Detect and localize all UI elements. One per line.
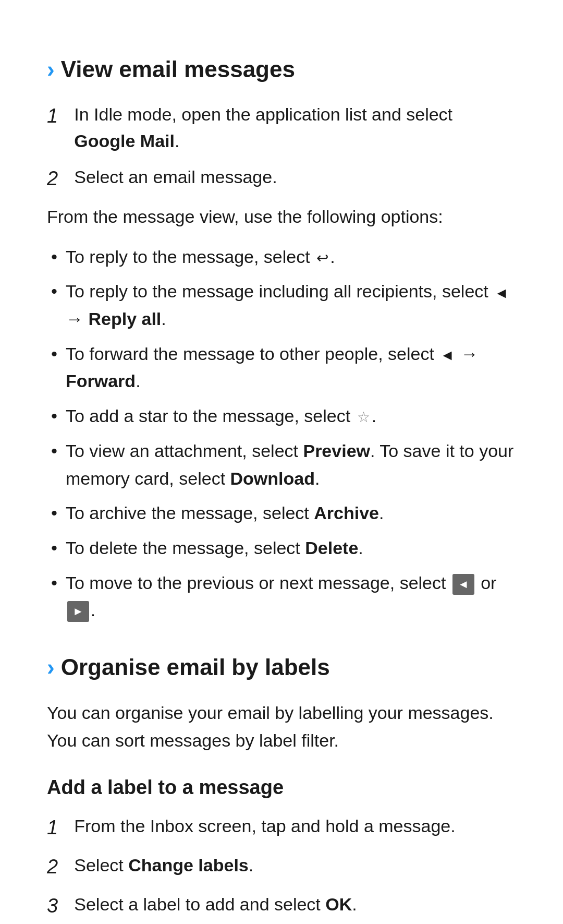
download-bold: Download [230,469,315,488]
add-label-step-number-2: 2 [47,852,69,882]
archive-bold: Archive [314,503,379,523]
add-label-step-3-text: Select a label to add and select OK. [74,891,516,918]
arrow-left-icon-2: ◄ [440,344,455,366]
next-nav-icon: ► [67,601,89,622]
chevron-icon-2: › [47,650,55,685]
add-label-step-3: 3 Select a label to add and select OK. [47,891,516,921]
section-heading-organise: › Organise email by labels [47,650,516,685]
prev-nav-icon: ◄ [452,574,474,595]
star-icon: ☆ [357,406,370,428]
section-heading-view-email: › View email messages [47,52,516,87]
add-label-step-2: 2 Select Change labels. [47,852,516,882]
bullet-item-forward: To forward the message to other people, … [47,340,516,395]
bullet-list: To reply to the message, select ↩. To re… [47,243,516,624]
add-label-step-1: 1 From the Inbox screen, tap and hold a … [47,813,516,843]
step-2: 2 Select an email message. [47,164,516,194]
bullet-item-navigate: To move to the previous or next message,… [47,569,516,624]
step-number-1: 1 [47,101,69,131]
reply-all-bold: Reply all [88,309,161,329]
bullet-item-reply-all: To reply to the message including all re… [47,278,516,332]
ok-bold: OK [325,894,352,914]
arrow-left-icon-1: ◄ [494,282,509,304]
add-label-step-number-3: 3 [47,891,69,921]
section-view-email: › View email messages 1 In Idle mode, op… [47,52,516,624]
heading-text-1: View email messages [61,52,295,87]
step-number-2: 2 [47,164,69,194]
step-2-text: Select an email message. [74,164,516,190]
step-1: 1 In Idle mode, open the application lis… [47,101,516,154]
step-1-text: In Idle mode, open the application list … [74,101,516,154]
delete-bold: Delete [305,538,358,558]
add-label-step-2-text: Select Change labels. [74,852,516,879]
change-labels-bold: Change labels [128,855,249,875]
chevron-icon-1: › [47,52,55,87]
reply-icon: ↩ [316,247,328,269]
bullet-item-delete: To delete the message, select Delete. [47,534,516,562]
add-label-step-1-text: From the Inbox screen, tap and hold a me… [74,813,516,839]
bullet-item-archive: To archive the message, select Archive. [47,499,516,527]
forward-bold: Forward [66,371,136,391]
organise-intro-text: You can organise your email by labelling… [47,699,516,754]
google-mail-bold: Google Mail [74,131,175,151]
bullet-item-star: To add a star to the message, select ☆. [47,402,516,430]
sub-heading-add-label: Add a label to a message [47,773,516,802]
section-organise-email: › Organise email by labels You can organ… [47,650,516,921]
preview-bold: Preview [303,441,370,461]
heading-text-2: Organise email by labels [61,650,330,685]
bullet-item-reply: To reply to the message, select ↩. [47,243,516,271]
bullet-item-attachment: To view an attachment, select Preview. T… [47,437,516,492]
add-label-step-number-1: 1 [47,813,69,843]
intro-text-1: From the message view, use the following… [47,203,516,231]
